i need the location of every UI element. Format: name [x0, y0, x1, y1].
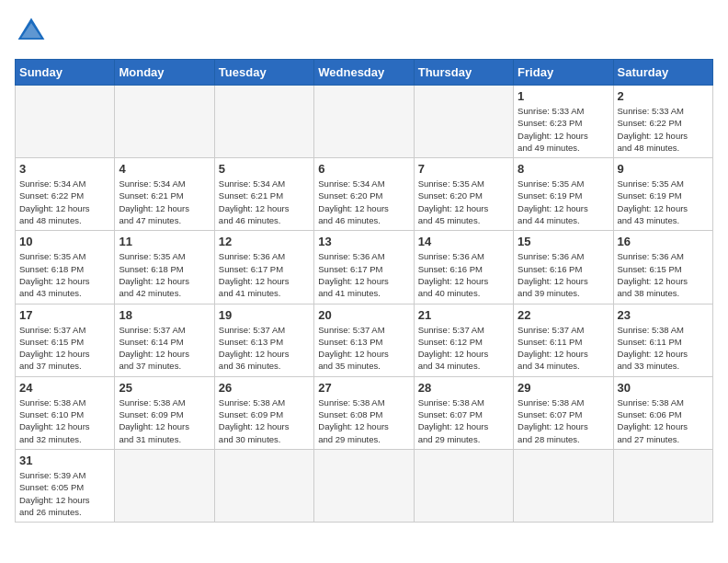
day-info: Sunrise: 5:37 AM Sunset: 6:11 PM Dayligh…: [518, 324, 609, 373]
calendar-cell: 9Sunrise: 5:35 AM Sunset: 6:19 PM Daylig…: [613, 158, 712, 231]
weekday-header-row: SundayMondayTuesdayWednesdayThursdayFrid…: [16, 60, 713, 86]
calendar-cell: 8Sunrise: 5:35 AM Sunset: 6:19 PM Daylig…: [514, 158, 613, 231]
week-row-4: 17Sunrise: 5:37 AM Sunset: 6:15 PM Dayli…: [16, 304, 713, 376]
day-info: Sunrise: 5:38 AM Sunset: 6:06 PM Dayligh…: [618, 396, 709, 445]
day-number: 29: [518, 381, 609, 395]
calendar-cell: 16Sunrise: 5:36 AM Sunset: 6:15 PM Dayli…: [613, 231, 712, 304]
calendar-cell: 31Sunrise: 5:39 AM Sunset: 6:05 PM Dayli…: [16, 449, 115, 522]
weekday-header-saturday: Saturday: [613, 60, 712, 86]
calendar-cell: 4Sunrise: 5:34 AM Sunset: 6:21 PM Daylig…: [115, 158, 214, 231]
weekday-header-monday: Monday: [115, 60, 214, 86]
day-info: Sunrise: 5:37 AM Sunset: 6:12 PM Dayligh…: [418, 324, 509, 373]
day-number: 14: [418, 235, 509, 248]
calendar-cell: 5Sunrise: 5:34 AM Sunset: 6:21 PM Daylig…: [214, 158, 313, 231]
calendar-cell: 20Sunrise: 5:37 AM Sunset: 6:13 PM Dayli…: [314, 304, 414, 376]
calendar-cell: [214, 86, 313, 158]
day-number: 4: [119, 162, 210, 176]
weekday-header-sunday: Sunday: [16, 60, 115, 86]
calendar-cell: [115, 449, 214, 522]
day-number: 21: [418, 308, 509, 322]
calendar-cell: [414, 449, 513, 522]
day-number: 18: [119, 308, 210, 322]
day-info: Sunrise: 5:37 AM Sunset: 6:13 PM Dayligh…: [219, 324, 310, 373]
day-number: 19: [219, 308, 310, 322]
calendar-cell: 22Sunrise: 5:37 AM Sunset: 6:11 PM Dayli…: [514, 304, 613, 376]
weekday-header-wednesday: Wednesday: [314, 60, 414, 86]
calendar-cell: 19Sunrise: 5:37 AM Sunset: 6:13 PM Dayli…: [214, 304, 313, 376]
day-info: Sunrise: 5:38 AM Sunset: 6:10 PM Dayligh…: [19, 396, 110, 445]
calendar-cell: 29Sunrise: 5:38 AM Sunset: 6:07 PM Dayli…: [514, 376, 613, 449]
weekday-header-tuesday: Tuesday: [214, 60, 313, 86]
day-info: Sunrise: 5:35 AM Sunset: 6:18 PM Dayligh…: [119, 250, 210, 299]
calendar-cell: 21Sunrise: 5:37 AM Sunset: 6:12 PM Dayli…: [414, 304, 513, 376]
day-number: 2: [618, 89, 709, 103]
day-info: Sunrise: 5:37 AM Sunset: 6:13 PM Dayligh…: [318, 324, 409, 373]
day-number: 8: [518, 162, 609, 176]
day-info: Sunrise: 5:35 AM Sunset: 6:19 PM Dayligh…: [618, 178, 709, 226]
day-info: Sunrise: 5:38 AM Sunset: 6:11 PM Dayligh…: [618, 324, 709, 373]
calendar-cell: [613, 449, 712, 522]
day-number: 11: [119, 235, 210, 248]
day-info: Sunrise: 5:38 AM Sunset: 6:07 PM Dayligh…: [418, 396, 509, 445]
day-number: 5: [219, 162, 310, 176]
calendar-cell: 18Sunrise: 5:37 AM Sunset: 6:14 PM Dayli…: [115, 304, 214, 376]
day-info: Sunrise: 5:36 AM Sunset: 6:15 PM Dayligh…: [618, 250, 709, 299]
day-info: Sunrise: 5:34 AM Sunset: 6:21 PM Dayligh…: [119, 178, 210, 226]
day-info: Sunrise: 5:34 AM Sunset: 6:22 PM Dayligh…: [19, 178, 110, 226]
day-number: 28: [418, 381, 509, 395]
calendar-cell: 10Sunrise: 5:35 AM Sunset: 6:18 PM Dayli…: [16, 231, 115, 304]
calendar-cell: 7Sunrise: 5:35 AM Sunset: 6:20 PM Daylig…: [414, 158, 513, 231]
calendar-cell: [514, 449, 613, 522]
day-number: 12: [219, 235, 310, 248]
logo-icon: [15, 15, 48, 48]
day-number: 16: [618, 235, 709, 248]
day-number: 9: [618, 162, 709, 176]
day-number: 15: [518, 235, 609, 248]
day-number: 25: [119, 381, 210, 395]
calendar-cell: 3Sunrise: 5:34 AM Sunset: 6:22 PM Daylig…: [16, 158, 115, 231]
calendar-cell: 23Sunrise: 5:38 AM Sunset: 6:11 PM Dayli…: [613, 304, 712, 376]
week-row-3: 10Sunrise: 5:35 AM Sunset: 6:18 PM Dayli…: [16, 231, 713, 304]
calendar-cell: [16, 86, 115, 158]
day-number: 13: [318, 235, 409, 248]
calendar-cell: 2Sunrise: 5:33 AM Sunset: 6:22 PM Daylig…: [613, 86, 712, 158]
calendar-cell: 13Sunrise: 5:36 AM Sunset: 6:17 PM Dayli…: [314, 231, 414, 304]
calendar-cell: 11Sunrise: 5:35 AM Sunset: 6:18 PM Dayli…: [115, 231, 214, 304]
logo: [15, 15, 51, 48]
day-number: 22: [518, 308, 609, 322]
day-number: 31: [19, 454, 110, 467]
day-number: 24: [19, 381, 110, 395]
calendar-cell: 25Sunrise: 5:38 AM Sunset: 6:09 PM Dayli…: [115, 376, 214, 449]
day-info: Sunrise: 5:33 AM Sunset: 6:22 PM Dayligh…: [618, 105, 709, 154]
day-info: Sunrise: 5:37 AM Sunset: 6:15 PM Dayligh…: [19, 324, 110, 373]
calendar-cell: [214, 449, 313, 522]
day-info: Sunrise: 5:36 AM Sunset: 6:16 PM Dayligh…: [418, 250, 509, 299]
day-info: Sunrise: 5:38 AM Sunset: 6:08 PM Dayligh…: [318, 396, 409, 445]
calendar-cell: 26Sunrise: 5:38 AM Sunset: 6:09 PM Dayli…: [214, 376, 313, 449]
day-number: 30: [618, 381, 709, 395]
calendar-cell: 27Sunrise: 5:38 AM Sunset: 6:08 PM Dayli…: [314, 376, 414, 449]
day-number: 26: [219, 381, 310, 395]
calendar-table: SundayMondayTuesdayWednesdayThursdayFrid…: [15, 59, 713, 523]
day-info: Sunrise: 5:35 AM Sunset: 6:19 PM Dayligh…: [518, 178, 609, 226]
day-info: Sunrise: 5:35 AM Sunset: 6:18 PM Dayligh…: [19, 250, 110, 299]
day-number: 6: [318, 162, 409, 176]
weekday-header-friday: Friday: [514, 60, 613, 86]
calendar-cell: 6Sunrise: 5:34 AM Sunset: 6:20 PM Daylig…: [314, 158, 414, 231]
calendar-cell: 14Sunrise: 5:36 AM Sunset: 6:16 PM Dayli…: [414, 231, 513, 304]
calendar-cell: 30Sunrise: 5:38 AM Sunset: 6:06 PM Dayli…: [613, 376, 712, 449]
calendar-cell: 12Sunrise: 5:36 AM Sunset: 6:17 PM Dayli…: [214, 231, 313, 304]
calendar-cell: [414, 86, 513, 158]
calendar-cell: 24Sunrise: 5:38 AM Sunset: 6:10 PM Dayli…: [16, 376, 115, 449]
day-info: Sunrise: 5:37 AM Sunset: 6:14 PM Dayligh…: [119, 324, 210, 373]
week-row-5: 24Sunrise: 5:38 AM Sunset: 6:10 PM Dayli…: [16, 376, 713, 449]
day-info: Sunrise: 5:33 AM Sunset: 6:23 PM Dayligh…: [518, 105, 609, 154]
weekday-header-thursday: Thursday: [414, 60, 513, 86]
day-info: Sunrise: 5:39 AM Sunset: 6:05 PM Dayligh…: [19, 469, 110, 518]
calendar-cell: [115, 86, 214, 158]
calendar-cell: 28Sunrise: 5:38 AM Sunset: 6:07 PM Dayli…: [414, 376, 513, 449]
day-info: Sunrise: 5:38 AM Sunset: 6:09 PM Dayligh…: [119, 396, 210, 445]
calendar-cell: 1Sunrise: 5:33 AM Sunset: 6:23 PM Daylig…: [514, 86, 613, 158]
day-number: 27: [318, 381, 409, 395]
day-number: 20: [318, 308, 409, 322]
